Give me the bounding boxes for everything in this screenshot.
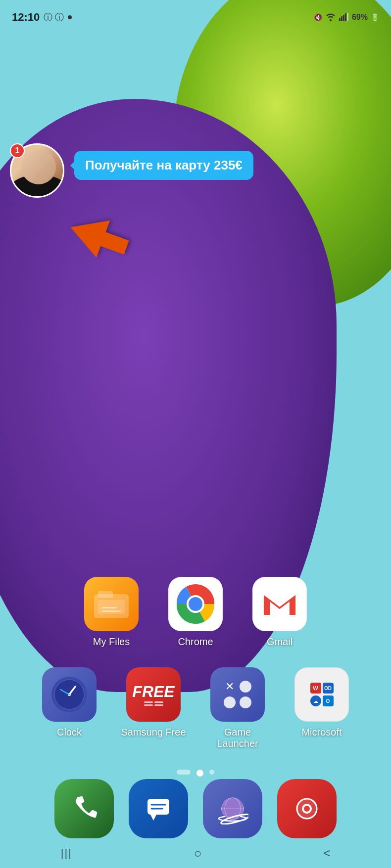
app-label-gmail: Gmail [267,636,293,648]
app-grid: My Files Chrome [0,577,391,769]
nav-home-button[interactable]: ○ [179,841,217,866]
svg-rect-3 [345,13,346,21]
signal-icon [339,13,349,22]
status-icons: 🔇 69% 🔋 [314,12,379,23]
avatar-notification[interactable]: 1 [10,143,64,198]
nav-bar: ||| ○ < [0,838,391,868]
app-icon-clock [42,667,97,722]
app-icon-samsung-free: FREE [126,667,181,722]
nav-recent-button[interactable]: ||| [46,842,87,865]
app-row-2: Clock FREE Samsung Free [15,667,376,749]
dock-item-phone[interactable] [54,779,114,838]
free-text: FREE [132,684,174,699]
notification-dot [68,15,72,19]
svg-marker-17 [150,815,156,821]
app-icon-my-files [84,577,139,631]
app-item-samsung-free[interactable]: FREE Samsung Free [119,667,188,749]
app-row-1: My Files Chrome [15,577,376,648]
app-label-samsung-free: Samsung Free [121,727,186,738]
page-indicator-active[interactable] [196,770,203,777]
app-icon-game-launcher: ✕ [210,667,265,722]
game-dots: ✕ [224,681,251,708]
page-indicators [0,770,391,777]
svg-marker-5 [64,209,133,266]
app-label-my-files: My Files [93,636,130,648]
svg-rect-0 [339,18,341,21]
messages-icon [144,794,173,824]
svg-rect-16 [147,799,169,815]
browser-icon [217,793,248,825]
battery-text: 69% [352,13,368,22]
svg-point-31 [304,806,310,812]
app-icon-microsoft: W OD ☁ O [294,667,349,722]
app-item-clock[interactable]: Clock [35,667,104,749]
nav-back-button[interactable]: < [308,841,345,865]
battery-icon: 🔋 [371,13,379,21]
app-label-game-launcher: Game Launcher [217,727,258,749]
svg-rect-1 [341,16,342,21]
app-item-microsoft[interactable]: W OD ☁ O Microsoft [287,667,356,749]
page-indicator-dash[interactable] [177,770,191,775]
dock-item-browser[interactable] [203,779,262,838]
dock [0,779,391,838]
dock-item-messages[interactable] [129,779,188,838]
app-icon-chrome [168,577,223,631]
app-item-game-launcher[interactable]: ✕ Game Launcher [203,667,272,749]
wifi-icon [325,12,336,23]
app-item-chrome[interactable]: Chrome [161,577,230,648]
app-label-chrome: Chrome [178,636,213,648]
phone-icon [69,794,99,824]
app-item-my-files[interactable]: My Files [77,577,146,648]
avatar-badge: 1 [10,143,25,158]
mute-icon: 🔇 [314,13,322,21]
app-item-gmail[interactable]: Gmail [245,577,314,648]
info-icons: ⓘ ⓘ [44,11,64,23]
page-indicator-dot[interactable] [209,770,214,775]
status-bar: 12:10 ⓘ ⓘ 🔇 69% 🔋 [0,0,391,30]
svg-rect-4 [347,13,348,21]
app-label-microsoft: Microsoft [301,727,342,738]
app-icon-gmail [252,577,307,631]
svg-point-8 [189,597,202,611]
camera-icon [292,794,322,824]
status-time: 12:10 [12,11,40,24]
dock-item-camera[interactable] [277,779,337,838]
svg-rect-2 [343,15,344,21]
app-label-clock: Clock [57,727,82,738]
tooltip-bubble[interactable]: Получайте на карту 235€ [74,151,253,180]
